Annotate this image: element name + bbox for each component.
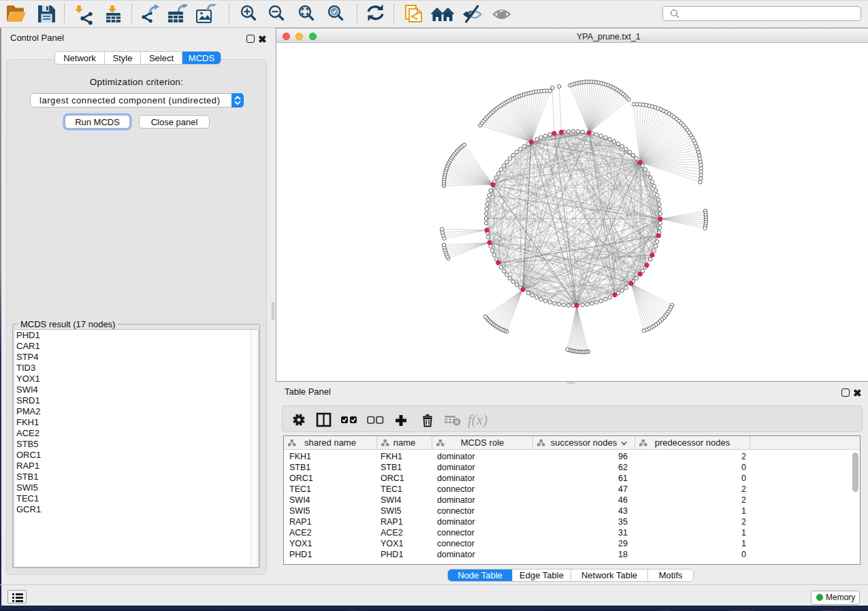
svg-text:f(x): f(x) [468, 412, 487, 428]
